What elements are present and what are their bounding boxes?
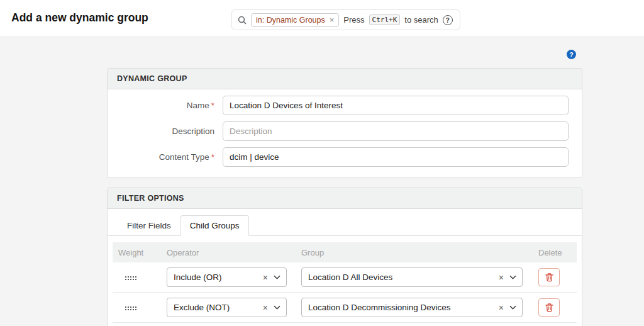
ctrl-k-shortcut: Ctrl+K [369,14,401,25]
group-value: Location D Decommissioning Devices [308,303,499,312]
trash-icon [545,273,554,282]
dynamic-group-form: Name* Description Content Type* [108,89,582,177]
operator-cell: Include (OR) × [167,267,301,287]
column-header-operator: Operator [167,248,301,257]
delete-button[interactable] [538,268,560,286]
remove-filter-icon[interactable]: × [330,16,335,24]
chevron-down-icon[interactable] [274,305,280,310]
chevron-down-icon[interactable] [509,275,516,279]
page-help-icon[interactable]: ? [567,50,576,59]
search-hint-press: Press [343,15,364,25]
delete-button[interactable] [538,298,560,317]
table-header-row: Weight Operator Group Delete [113,242,577,262]
filter-options-panel-title: FILTER OPTIONS [108,188,582,209]
name-field-row: Name* [108,96,582,115]
weight-cell [113,302,167,313]
group-select[interactable]: Location D Decommissioning Devices × [301,298,523,317]
page-title: Add a new dynamic group [11,0,148,36]
clear-icon[interactable]: × [499,303,504,312]
operator-value: Exclude (NOT) [174,303,263,312]
clear-icon[interactable]: × [263,273,268,282]
description-label-text: Description [172,126,214,136]
required-asterisk: * [211,101,214,110]
delete-cell [538,298,578,317]
description-input[interactable] [223,121,569,141]
group-value: Location D All Devices [308,273,499,282]
search-help-icon[interactable]: ? [443,15,453,25]
content-type-label: Content Type* [108,152,223,162]
tab-filter-fields[interactable]: Filter Fields [118,215,180,236]
required-asterisk: * [211,152,214,162]
child-groups-table: Weight Operator Group Delete Include (OR… [113,242,577,323]
operator-cell: Exclude (NOT) × [167,298,301,317]
tab-child-groups[interactable]: Child Groups [180,215,249,236]
delete-cell [538,268,578,286]
drag-handle[interactable] [125,276,136,281]
chevron-down-icon[interactable] [274,275,280,279]
global-search[interactable]: in: Dynamic Groups × Press Ctrl+K to sea… [231,9,460,30]
group-cell: Location D All Devices × [301,267,538,287]
weight-cell [113,272,167,283]
search-hint-to-search: to search [404,15,438,25]
group-cell: Location D Decommissioning Devices × [301,298,538,317]
clear-icon[interactable]: × [263,303,268,312]
trash-icon [545,303,554,312]
filter-options-panel: FILTER OPTIONS Filter Fields Child Group… [107,188,582,326]
description-field-row: Description [108,121,582,141]
column-header-group: Group [301,248,538,257]
name-label-text: Name [187,101,209,110]
search-filter-tag-label: in: Dynamic Groups [256,16,325,25]
operator-select[interactable]: Include (OR) × [167,267,287,287]
page: Add a new dynamic group in: Dynamic Grou… [0,0,644,326]
content-type-field-row: Content Type* [108,147,582,167]
dynamic-group-panel: DYNAMIC GROUP Name* Description [107,68,582,178]
name-label: Name* [108,101,223,110]
content-type-label-text: Content Type [159,152,209,162]
main-content: ? DYNAMIC GROUP Name* Description [0,36,644,326]
column-header-weight: Weight [113,248,167,257]
chevron-down-icon[interactable] [509,305,516,310]
content-type-input[interactable] [223,147,569,167]
search-icon [238,16,247,25]
topbar: Add a new dynamic group in: Dynamic Grou… [0,0,644,36]
filter-tabs: Filter Fields Child Groups [108,209,582,236]
operator-select[interactable]: Exclude (NOT) × [167,298,287,317]
column-header-delete: Delete [538,248,578,257]
group-select[interactable]: Location D All Devices × [301,267,523,287]
drag-handle[interactable] [125,306,136,311]
operator-value: Include (OR) [174,273,263,282]
table-row: Exclude (NOT) × Location D Decommissioni… [113,293,577,323]
search-filter-tag[interactable]: in: Dynamic Groups × [251,13,339,27]
name-input[interactable] [223,96,569,115]
dynamic-group-panel-title: DYNAMIC GROUP [108,69,582,89]
description-label: Description [108,126,223,136]
clear-icon[interactable]: × [499,273,504,282]
table-row: Include (OR) × Location D All Devices × [113,262,577,293]
